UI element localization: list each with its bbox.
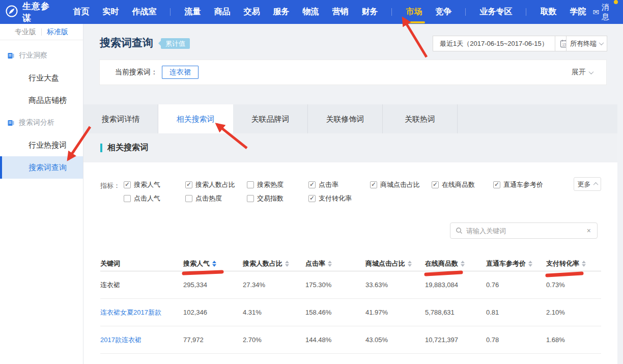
sidebar-item-industry-hot-search[interactable]: 行业热搜词 xyxy=(0,134,83,156)
nav-divider xyxy=(465,8,466,16)
clear-icon[interactable]: × xyxy=(586,227,592,235)
checkbox-label: 交易指数 xyxy=(257,194,284,203)
nav-divider xyxy=(170,8,171,16)
checkbox-label: 点击人气 xyxy=(134,194,160,203)
nav-item-data-fetch[interactable]: 取数 xyxy=(540,7,556,17)
tab-related-brand-words[interactable]: 关联品牌词 xyxy=(233,104,308,133)
nav-item-trade[interactable]: 交易 xyxy=(243,7,260,17)
brand[interactable]: 生意参谋 xyxy=(5,1,52,24)
checkbox-icon xyxy=(124,195,131,202)
checkbox-label: 在线商品数 xyxy=(442,180,475,189)
cell-ztc-reference-price: 0.76 xyxy=(486,281,546,289)
metric-checkbox-transaction-index[interactable]: 交易指数 xyxy=(247,194,308,203)
column-label: 搜索人数占比 xyxy=(243,259,282,268)
sidebar-group-label: 行业洞察 xyxy=(19,51,47,60)
nav-divider xyxy=(391,8,392,16)
metric-checkbox-mall-click-ratio[interactable]: 商城点击占比 xyxy=(370,180,432,189)
notification-dot xyxy=(614,0,618,4)
version-tabs: 专业版 标准版 xyxy=(0,24,83,40)
column-keyword: 关键词 xyxy=(100,259,183,268)
version-tab-standard[interactable]: 标准版 xyxy=(47,27,68,37)
nav-item-competition[interactable]: 竞争 xyxy=(435,7,451,17)
metric-checkbox-search-popularity[interactable]: 搜索人气 xyxy=(124,180,185,189)
date-range-picker[interactable]: 最近1天（2017-06-15~2017-06-15） 15 xyxy=(433,36,574,51)
version-tab-divider xyxy=(41,29,42,36)
brand-name: 生意参谋 xyxy=(22,1,52,24)
nav-item-marketing[interactable]: 营销 xyxy=(332,7,348,17)
sidebar-group-label: 搜索词分析 xyxy=(19,118,54,127)
cell-payment-conversion: 1.68% xyxy=(546,336,601,344)
search-icon xyxy=(456,227,463,234)
nav-item-market-label: 市场 xyxy=(406,7,422,16)
checkbox-icon xyxy=(247,181,254,188)
nav-item-products[interactable]: 商品 xyxy=(214,7,230,17)
nav-item-logistics[interactable]: 物流 xyxy=(302,7,319,17)
cell-search-user-ratio: 27.34% xyxy=(243,281,305,289)
sort-icon[interactable] xyxy=(328,261,332,267)
metric-checkbox-click-popularity[interactable]: 点击人气 xyxy=(124,194,185,203)
nav-item-traffic[interactable]: 流量 xyxy=(184,7,201,17)
sort-icon[interactable] xyxy=(408,261,412,267)
metric-checkbox-payment-conversion[interactable]: 支付转化率 xyxy=(308,194,370,203)
expand-label: 展开 xyxy=(572,68,586,77)
sort-icon[interactable] xyxy=(461,261,465,267)
cell-payment-conversion: 0.73% xyxy=(546,281,601,289)
nav-item-service[interactable]: 服务 xyxy=(273,7,289,17)
compass-logo-icon xyxy=(5,5,18,19)
top-navbar: 生意参谋 首页 实时 作战室 流量 商品 交易 服务 物流 营销 财务 市场 竞… xyxy=(0,0,623,24)
tab-search-word-detail[interactable]: 搜索词详情 xyxy=(83,104,158,133)
sidebar-item-product-shop-ranking[interactable]: 商品店铺榜 xyxy=(0,89,83,111)
sidebar-item-search-word-query[interactable]: 搜索词查询 xyxy=(0,156,83,179)
nav-item-war-room[interactable]: 作战室 xyxy=(132,7,156,17)
checkbox-label: 搜索人气 xyxy=(134,180,160,189)
nav-item-realtime[interactable]: 实时 xyxy=(102,7,119,17)
sidebar-menu: 行业洞察 行业大盘 商品店铺榜 搜索词分析 行业热搜词 搜索词查询 xyxy=(0,40,83,179)
metric-checkbox-online-products[interactable]: 在线商品数 xyxy=(432,180,493,189)
nav-item-finance[interactable]: 财务 xyxy=(361,7,378,17)
keyword-search-box: × xyxy=(450,222,598,239)
column-label: 关键词 xyxy=(100,259,120,268)
sort-icon[interactable] xyxy=(528,261,532,267)
sort-icon[interactable] xyxy=(285,261,289,267)
metrics-row-2: 点击人气 点击热度 交易指数 支付转化率 xyxy=(124,194,370,203)
tab-related-hot-words[interactable]: 关联热词 xyxy=(383,104,458,133)
checkbox-icon xyxy=(493,181,500,188)
expand-toggle[interactable]: 展开 xyxy=(572,68,593,77)
metric-checkbox-search-user-ratio[interactable]: 搜索人数占比 xyxy=(185,180,247,189)
message-button[interactable]: ✉ 消息 xyxy=(592,3,614,22)
column-click-rate: 点击率 xyxy=(305,259,365,268)
nav-item-home[interactable]: 首页 xyxy=(73,7,89,17)
keyword-cell[interactable]: 2017款连衣裙 xyxy=(100,335,183,345)
cell-click-rate: 158.46% xyxy=(305,309,365,316)
cell-online-products: 19,883,084 xyxy=(425,281,486,289)
metric-checkbox-search-heat[interactable]: 搜索热度 xyxy=(247,180,308,189)
metric-checkbox-ztc-reference-price[interactable]: 直通车参考价 xyxy=(493,180,555,189)
cell-search-popularity: 77,972 xyxy=(183,336,243,344)
checkbox-icon xyxy=(370,181,377,188)
tab-related-search-words[interactable]: 相关搜索词 xyxy=(158,104,233,133)
keyword-search-input[interactable] xyxy=(466,227,586,235)
nav-item-academy[interactable]: 学院 xyxy=(570,7,586,17)
sidebar-group-industry-insight: 行业洞察 xyxy=(0,44,83,67)
nav-item-market[interactable]: 市场 xyxy=(406,7,422,17)
terminal-filter-dropdown[interactable]: 所有终端 xyxy=(566,36,607,51)
metric-checkbox-click-rate[interactable]: 点击率 xyxy=(308,180,370,189)
column-mall-click-ratio: 商城点击占比 xyxy=(365,259,425,268)
sidebar-item-industry-overview[interactable]: 行业大盘 xyxy=(0,67,83,89)
keyword-cell[interactable]: 连衣裙女夏2017新款 xyxy=(100,308,183,317)
search-term-tag[interactable]: 连衣裙 xyxy=(162,66,199,79)
cell-search-popularity: 102,346 xyxy=(183,309,243,316)
more-button[interactable]: 更多 xyxy=(574,177,601,191)
metric-checkbox-click-heat[interactable]: 点击热度 xyxy=(185,194,247,203)
ledger-icon xyxy=(7,52,15,60)
current-search-label: 当前搜索词： xyxy=(115,68,158,77)
terminal-filter-value: 所有终端 xyxy=(570,39,597,48)
cell-ztc-reference-price: 0.78 xyxy=(486,336,546,344)
related-search-table: 关键词 搜索人气 搜索人数占比 点击率 商城点击占比 在线商品数 直通车参考价 … xyxy=(100,256,601,354)
sort-icon[interactable] xyxy=(212,261,216,267)
version-tab-pro[interactable]: 专业版 xyxy=(15,27,36,37)
sort-icon[interactable] xyxy=(582,261,586,267)
tab-related-modifier-words[interactable]: 关联修饰词 xyxy=(308,104,383,133)
nav-item-business-zone[interactable]: 业务专区 xyxy=(479,7,512,17)
cell-ztc-reference-price: 0.81 xyxy=(486,309,546,316)
